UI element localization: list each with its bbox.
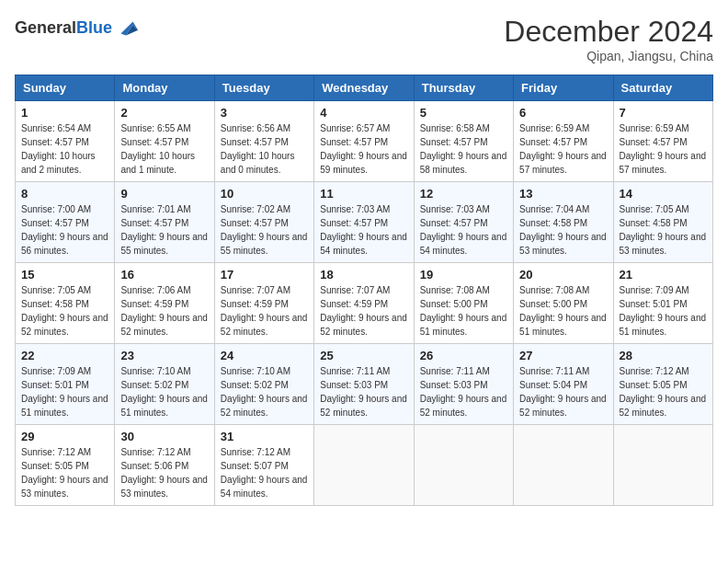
calendar-cell: 9Sunrise: 7:01 AMSunset: 4:57 PMDaylight… [115,182,214,263]
day-detail: Sunrise: 7:12 AMSunset: 5:05 PMDaylight:… [21,445,108,500]
calendar-cell: 20Sunrise: 7:08 AMSunset: 5:00 PMDayligh… [514,263,613,344]
day-number: 30 [120,430,208,443]
calendar-cell: 4Sunrise: 6:57 AMSunset: 4:57 PMDaylight… [314,101,414,182]
calendar-cell [514,425,613,506]
day-number: 25 [320,349,407,362]
logo-general: GeneralBlue [15,18,112,38]
calendar-cell: 19Sunrise: 7:08 AMSunset: 5:00 PMDayligh… [414,263,513,344]
day-number: 29 [21,430,108,443]
day-detail: Sunrise: 7:11 AMSunset: 5:04 PMDaylight:… [519,364,607,419]
calendar-cell: 23Sunrise: 7:10 AMSunset: 5:02 PMDayligh… [115,344,214,425]
calendar-cell: 13Sunrise: 7:04 AMSunset: 4:58 PMDayligh… [514,182,613,263]
weekday-header-thursday: Thursday [414,75,513,101]
weekday-header-friday: Friday [514,75,613,101]
day-number: 5 [420,106,507,120]
day-detail: Sunrise: 6:55 AMSunset: 4:57 PMDaylight:… [120,121,208,177]
calendar-cell: 21Sunrise: 7:09 AMSunset: 5:01 PMDayligh… [613,263,712,344]
page-header: GeneralBlue December 2024 Qipan, Jiangsu… [15,15,713,63]
location: Qipan, Jiangsu, China [504,49,713,63]
calendar-cell: 11Sunrise: 7:03 AMSunset: 4:57 PMDayligh… [314,182,414,263]
day-detail: Sunrise: 6:56 AMSunset: 4:57 PMDaylight:… [221,121,308,177]
day-number: 23 [120,349,208,362]
day-number: 19 [420,268,507,282]
day-number: 14 [620,187,707,201]
calendar-cell: 7Sunrise: 6:59 AMSunset: 4:57 PMDaylight… [613,101,712,182]
calendar-cell: 22Sunrise: 7:09 AMSunset: 5:01 PMDayligh… [16,344,115,425]
weekday-header-sunday: Sunday [16,75,115,101]
calendar-week-4: 22Sunrise: 7:09 AMSunset: 5:01 PMDayligh… [16,344,713,425]
calendar-cell: 3Sunrise: 6:56 AMSunset: 4:57 PMDaylight… [214,101,313,182]
day-detail: Sunrise: 7:10 AMSunset: 5:02 PMDaylight:… [221,364,308,419]
weekday-header-tuesday: Tuesday [214,75,313,101]
day-number: 28 [620,349,707,362]
weekday-header-row: SundayMondayTuesdayWednesdayThursdayFrid… [16,75,713,101]
calendar-cell [613,425,712,506]
day-number: 13 [519,187,607,201]
calendar-cell: 24Sunrise: 7:10 AMSunset: 5:02 PMDayligh… [214,344,313,425]
day-number: 2 [120,106,208,120]
calendar-cell: 15Sunrise: 7:05 AMSunset: 4:58 PMDayligh… [16,263,115,344]
calendar-cell: 12Sunrise: 7:03 AMSunset: 4:57 PMDayligh… [414,182,513,263]
weekday-header-wednesday: Wednesday [314,75,414,101]
day-number: 1 [21,106,108,120]
day-detail: Sunrise: 6:59 AMSunset: 4:57 PMDaylight:… [620,121,707,177]
weekday-header-monday: Monday [115,75,214,101]
calendar-week-5: 29Sunrise: 7:12 AMSunset: 5:05 PMDayligh… [16,425,713,506]
calendar-cell: 27Sunrise: 7:11 AMSunset: 5:04 PMDayligh… [514,344,613,425]
calendar-cell: 8Sunrise: 7:00 AMSunset: 4:57 PMDaylight… [16,182,115,263]
day-number: 22 [21,349,108,362]
day-number: 17 [221,268,308,282]
calendar-cell: 17Sunrise: 7:07 AMSunset: 4:59 PMDayligh… [214,263,313,344]
day-detail: Sunrise: 7:00 AMSunset: 4:57 PMDaylight:… [21,202,108,258]
day-number: 7 [620,106,707,120]
logo-icon [114,15,140,40]
day-detail: Sunrise: 6:58 AMSunset: 4:57 PMDaylight:… [420,121,507,177]
day-number: 31 [221,430,308,443]
calendar-cell: 2Sunrise: 6:55 AMSunset: 4:57 PMDaylight… [115,101,214,182]
day-number: 12 [420,187,507,201]
logo: GeneralBlue [15,15,140,40]
calendar-cell: 28Sunrise: 7:12 AMSunset: 5:05 PMDayligh… [613,344,712,425]
calendar-cell: 1Sunrise: 6:54 AMSunset: 4:57 PMDaylight… [16,101,115,182]
calendar-cell: 6Sunrise: 6:59 AMSunset: 4:57 PMDaylight… [514,101,613,182]
day-detail: Sunrise: 7:02 AMSunset: 4:57 PMDaylight:… [221,202,308,258]
calendar-cell: 14Sunrise: 7:05 AMSunset: 4:58 PMDayligh… [613,182,712,263]
calendar-cell: 16Sunrise: 7:06 AMSunset: 4:59 PMDayligh… [115,263,214,344]
title-block: December 2024 Qipan, Jiangsu, China [504,15,713,63]
calendar-cell: 18Sunrise: 7:07 AMSunset: 4:59 PMDayligh… [314,263,414,344]
calendar-cell: 25Sunrise: 7:11 AMSunset: 5:03 PMDayligh… [314,344,414,425]
day-detail: Sunrise: 7:03 AMSunset: 4:57 PMDaylight:… [320,202,407,258]
calendar-cell: 5Sunrise: 6:58 AMSunset: 4:57 PMDaylight… [414,101,513,182]
day-detail: Sunrise: 7:12 AMSunset: 5:06 PMDaylight:… [120,445,208,500]
day-number: 26 [420,349,507,362]
calendar-table: SundayMondayTuesdayWednesdayThursdayFrid… [15,75,713,506]
day-number: 15 [21,268,108,282]
day-detail: Sunrise: 7:12 AMSunset: 5:05 PMDaylight:… [620,364,707,419]
day-detail: Sunrise: 7:03 AMSunset: 4:57 PMDaylight:… [420,202,507,258]
day-detail: Sunrise: 7:07 AMSunset: 4:59 PMDaylight:… [221,283,308,339]
day-detail: Sunrise: 7:09 AMSunset: 5:01 PMDaylight:… [620,283,707,339]
day-detail: Sunrise: 6:57 AMSunset: 4:57 PMDaylight:… [320,121,407,177]
day-detail: Sunrise: 7:06 AMSunset: 4:59 PMDaylight:… [120,283,208,339]
day-number: 11 [320,187,407,201]
calendar-cell: 10Sunrise: 7:02 AMSunset: 4:57 PMDayligh… [214,182,313,263]
day-number: 18 [320,268,407,282]
calendar-cell: 29Sunrise: 7:12 AMSunset: 5:05 PMDayligh… [16,425,115,506]
day-detail: Sunrise: 7:11 AMSunset: 5:03 PMDaylight:… [320,364,407,419]
calendar-cell: 26Sunrise: 7:11 AMSunset: 5:03 PMDayligh… [414,344,513,425]
day-number: 27 [519,349,607,362]
calendar-cell [314,425,414,506]
day-detail: Sunrise: 7:08 AMSunset: 5:00 PMDaylight:… [420,283,507,339]
day-number: 8 [21,187,108,201]
weekday-header-saturday: Saturday [613,75,712,101]
day-number: 6 [519,106,607,120]
day-number: 3 [221,106,308,120]
day-detail: Sunrise: 6:54 AMSunset: 4:57 PMDaylight:… [21,121,108,177]
day-number: 21 [620,268,707,282]
calendar-cell: 31Sunrise: 7:12 AMSunset: 5:07 PMDayligh… [214,425,313,506]
calendar-week-2: 8Sunrise: 7:00 AMSunset: 4:57 PMDaylight… [16,182,713,263]
day-detail: Sunrise: 7:04 AMSunset: 4:58 PMDaylight:… [519,202,607,258]
day-detail: Sunrise: 7:01 AMSunset: 4:57 PMDaylight:… [120,202,208,258]
calendar-cell [414,425,513,506]
day-detail: Sunrise: 7:09 AMSunset: 5:01 PMDaylight:… [21,364,108,419]
